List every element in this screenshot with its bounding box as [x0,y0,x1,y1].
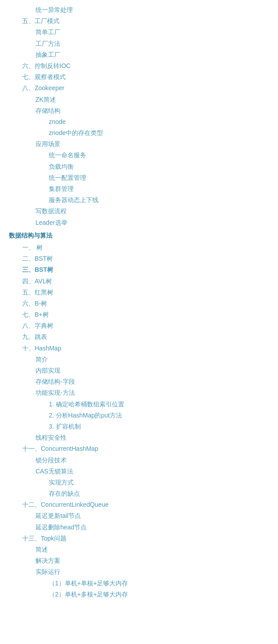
toc-item-8[interactable]: ZK简述 [9,94,269,105]
toc-item-49[interactable]: 解决方案 [9,555,269,566]
toc-item-39[interactable]: 十一、ConcurrentHashMap [9,443,269,454]
toc-item-43[interactable]: 存在的缺点 [9,488,269,499]
toc-item-18[interactable]: 写数据流程 [9,206,269,217]
toc-item-32[interactable]: 内部实现 [9,365,269,376]
toc-item-46[interactable]: 延迟删除head节点 [9,522,269,533]
toc-item-41[interactable]: CAS无锁算法 [9,466,269,477]
toc-item-28[interactable]: 八、字典树 [9,320,269,331]
toc-item-33[interactable]: 存储结构-字段 [9,376,269,387]
toc-item-17[interactable]: 服务器动态上下线 [9,195,269,206]
toc-item-38[interactable]: 线程安全性 [9,432,269,443]
toc-item-31[interactable]: 简介 [9,354,269,365]
toc-item-21[interactable]: 一、 树 [9,242,269,253]
toc-item-11[interactable]: znode中的存在类型 [9,127,269,139]
toc-item-2[interactable]: 简单工厂 [9,27,269,38]
toc-item-37[interactable]: 3. 扩容机制 [9,421,269,432]
toc-item-12[interactable]: 应用场景 [9,139,269,150]
toc-item-24[interactable]: 四、AVL树 [9,276,269,287]
toc-item-19[interactable]: Leader选举 [9,217,269,228]
toc-item-51[interactable]: （1）单机+单核+足够大内存 [9,578,269,589]
toc-item-23[interactable]: 三、BST树 [9,264,269,275]
toc-item-5[interactable]: 六、控制反转IOC [9,60,269,72]
toc-item-14[interactable]: 负载均衡 [9,161,269,172]
toc-item-3[interactable]: 工厂方法 [9,38,269,49]
toc-item-30[interactable]: 十、HashMap [9,343,269,354]
toc-item-25[interactable]: 五、红黑树 [9,287,269,298]
toc-item-40[interactable]: 锁分段技术 [9,455,269,466]
toc-item-9[interactable]: 存储结构 [9,105,269,116]
toc-item-22[interactable]: 二、BST树 [9,253,269,264]
toc-item-36[interactable]: 2. 分析HashMap的put方法 [9,410,269,421]
toc-item-45[interactable]: 延迟更新tail节点 [9,510,269,521]
toc-item-35[interactable]: 1. 确定哈希桶数组索引位置 [9,399,269,410]
toc-item-20[interactable]: 数据结构与算法 [9,230,269,241]
toc-item-27[interactable]: 七、B+树 [9,309,269,320]
toc-item-7[interactable]: 八、Zookeeper [9,83,269,94]
toc-item-44[interactable]: 十二、ConcurrentLinkedQueue [9,499,269,510]
toc-item-42[interactable]: 实现方式 [9,477,269,488]
toc-item-26[interactable]: 六、B-树 [9,298,269,309]
toc-item-1[interactable]: 五、工厂模式 [9,16,269,27]
toc-item-29[interactable]: 九、跳表 [9,331,269,342]
toc-item-0[interactable]: 统一异常处理 [9,4,269,16]
toc-item-13[interactable]: 统一命名服务 [9,150,269,161]
toc-item-16[interactable]: 集群管理 [9,183,269,195]
toc-container: 统一异常处理五、工厂模式简单工厂工厂方法抽象工厂六、控制反转IOC七、观察者模式… [9,4,269,600]
toc-item-6[interactable]: 七、观察者模式 [9,72,269,83]
toc-item-48[interactable]: 简述 [9,544,269,555]
toc-item-10[interactable]: znode [9,116,269,127]
toc-item-50[interactable]: 实际运行 [9,566,269,577]
toc-item-34[interactable]: 功能实现-方法 [9,387,269,398]
toc-item-4[interactable]: 抽象工厂 [9,49,269,60]
toc-item-47[interactable]: 十三、Topk问题 [9,533,269,544]
toc-item-15[interactable]: 统一配置管理 [9,172,269,183]
toc-item-52[interactable]: （2）单机+多核+足够大内存 [9,589,269,600]
